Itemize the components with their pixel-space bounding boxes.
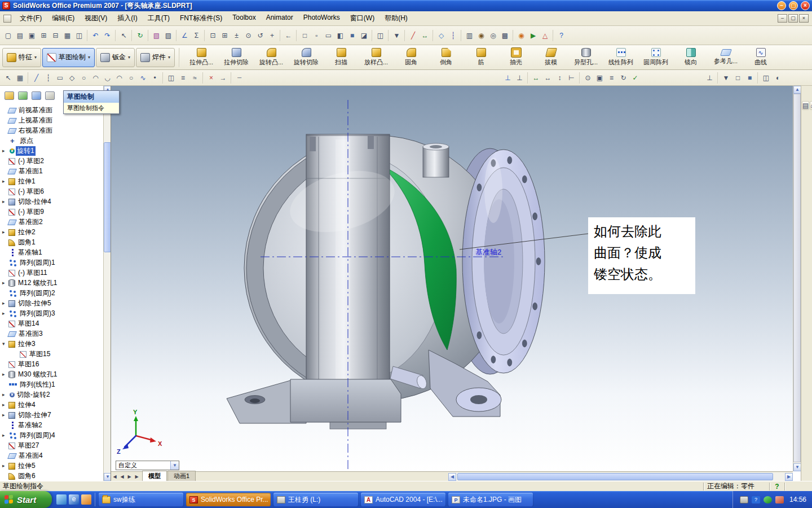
base-center[interactable] xyxy=(290,379,401,429)
zoom-fit-icon[interactable]: ⊡ xyxy=(207,29,219,41)
view-settings-icon[interactable]: ◐ xyxy=(772,72,784,84)
menu-item[interactable]: 窗口(W) xyxy=(345,11,379,25)
menu-item[interactable]: 插入(I) xyxy=(112,11,142,25)
tree-item-label[interactable]: 基准面1 xyxy=(17,167,44,176)
chevron-down-icon[interactable]: ▼ xyxy=(170,461,179,470)
expand-arrow-icon[interactable]: ▸ xyxy=(2,371,8,377)
rebuild-icon[interactable]: ↻ xyxy=(134,29,146,41)
minimize-button[interactable]: – xyxy=(777,1,786,10)
tree-item-label[interactable]: 阵列(圆周)3 xyxy=(19,309,56,318)
tree-item-label[interactable]: 圆角1 xyxy=(17,238,37,247)
shadows-icon[interactable]: ◪ xyxy=(358,29,370,41)
taskbar-task[interactable]: P未命名1.JPG - 画图 xyxy=(448,493,533,506)
displaymanager-tab-icon[interactable] xyxy=(45,91,55,100)
tree-item[interactable]: 草图15 xyxy=(0,349,103,359)
doc-tab-模型[interactable]: 模型 xyxy=(142,471,167,481)
expand-arrow-icon[interactable]: ▸ xyxy=(2,392,8,397)
cmd-tool-曲线[interactable]: ∿曲线 xyxy=(743,46,778,69)
help-icon[interactable]: ? xyxy=(555,29,567,41)
menu-item[interactable]: 帮助(H) xyxy=(379,11,413,25)
home-icon[interactable]: ⌂ xyxy=(810,101,812,110)
tree-item[interactable]: 基准面1 xyxy=(0,166,103,176)
menu-item[interactable]: Toolbox xyxy=(227,11,261,25)
modify-sketch-icon[interactable]: ↻ xyxy=(617,72,629,84)
hidden-lines-visible-icon[interactable]: ▫ xyxy=(311,29,323,41)
tree-item-label[interactable]: 切除-拉伸4 xyxy=(17,197,52,207)
tree-item[interactable]: (-) 草图2 xyxy=(0,156,103,166)
tree-item-label[interactable]: 阵列(圆周)2 xyxy=(19,288,56,298)
tree-item[interactable]: 基准面3 xyxy=(0,329,103,339)
line-icon[interactable]: ╱ xyxy=(30,72,42,84)
ellipse-icon[interactable]: ○ xyxy=(125,72,137,84)
cmd-tool-旋转凸...[interactable]: 旋转凸... xyxy=(254,46,289,69)
tree-item[interactable]: ▸M12 螺纹孔1 xyxy=(0,278,103,288)
undo-icon[interactable]: ↶ xyxy=(90,29,102,41)
tree-item-label[interactable]: 拉伸3 xyxy=(17,339,37,349)
expand-arrow-icon[interactable]: ▸ xyxy=(2,199,8,204)
quick-snaps-icon[interactable]: ⊙ xyxy=(582,72,594,84)
tree-item-label[interactable]: M12 螺纹孔1 xyxy=(17,278,58,288)
viewport-vertical-scrollbar[interactable]: ▲ ▼ xyxy=(793,86,801,471)
convert-entities-icon[interactable]: ≡ xyxy=(177,72,189,84)
menu-item[interactable]: 视图(V) xyxy=(80,11,112,25)
mdi-minimize-button[interactable]: – xyxy=(778,14,787,23)
cmd-tool-参考几...[interactable]: 参考几... xyxy=(708,46,743,69)
scroll-up-icon[interactable]: ▲ xyxy=(793,86,801,94)
keyboard-icon[interactable] xyxy=(740,496,748,503)
tree-item-label[interactable]: 基准面4 xyxy=(17,451,44,461)
tree-item[interactable]: ▸阵列(圆周)4 xyxy=(0,430,103,440)
tree-item[interactable]: 圆角1 xyxy=(0,237,103,247)
file-explorer-icon[interactable]: ▤ xyxy=(802,101,809,110)
menu-item[interactable]: FNT标准件(S) xyxy=(175,11,227,25)
doc-tab-动画1[interactable]: 动画1 xyxy=(167,471,196,481)
cmd-tool-拔模[interactable]: 拔模 xyxy=(533,46,568,69)
tree-item-label[interactable]: 草图15 xyxy=(28,349,51,359)
new-icon[interactable]: ▢ xyxy=(2,29,14,41)
toolbox-beam-icon[interactable]: ▥ xyxy=(464,29,475,41)
scroll-right-icon[interactable]: ▶ xyxy=(785,473,793,481)
tree-item-label[interactable]: 基准面3 xyxy=(17,329,44,339)
smart-dimension-icon[interactable]: ↔ xyxy=(530,72,542,84)
propertymanager-tab-icon[interactable] xyxy=(18,91,28,100)
taskbar-task[interactable]: 王桂勇 (L:) xyxy=(273,493,358,506)
horizontal-dimension-icon[interactable]: ↔ xyxy=(542,72,554,84)
tree-item[interactable]: 圆角6 xyxy=(0,471,103,481)
tree-item[interactable]: ▾拉伸3 xyxy=(0,339,103,349)
cmd-tool-圆角[interactable]: 圆角 xyxy=(394,46,429,69)
tree-item-label[interactable]: 切除-拉伸7 xyxy=(17,410,52,420)
edit-color-icon[interactable]: ▧ xyxy=(151,29,162,41)
cmd-tool-异型孔...[interactable]: 异型孔... xyxy=(568,46,603,69)
cmd-tab-钣金[interactable]: 钣金▾ xyxy=(96,48,135,67)
tree-item-label[interactable]: (-) 草图6 xyxy=(17,187,45,196)
sketch-picture-icon[interactable]: ▣ xyxy=(594,72,606,84)
cmd-tool-线性阵列[interactable]: 线性阵列 xyxy=(603,46,638,69)
select-icon[interactable]: ↖ xyxy=(118,29,130,41)
wireframe-icon[interactable]: □ xyxy=(732,72,744,84)
antivirus-icon[interactable] xyxy=(764,496,772,503)
tree-item[interactable]: 右视基准面 xyxy=(0,125,103,135)
rectangle-icon[interactable]: ▭ xyxy=(54,72,66,84)
tree-item[interactable]: (-) 草图9 xyxy=(0,207,103,217)
next-tab-icon[interactable]: ▶ xyxy=(126,474,133,479)
tree-item-label[interactable]: 上视基准面 xyxy=(17,116,54,125)
make-drawing-icon[interactable]: ⊞ xyxy=(38,29,50,41)
expand-arrow-icon[interactable]: ▸ xyxy=(2,412,8,418)
menu-item[interactable]: PhotoWorks xyxy=(298,11,345,25)
tree-item-label[interactable]: 阵列(线性)1 xyxy=(19,380,56,389)
scroll-down-icon[interactable]: ▼ xyxy=(104,473,111,481)
configurationmanager-tab-icon[interactable] xyxy=(32,91,41,100)
open-icon[interactable]: ▤ xyxy=(14,29,26,41)
print-icon[interactable]: ▦ xyxy=(61,29,73,41)
menu-item[interactable]: 工具(T) xyxy=(143,11,175,25)
cmd-tool-抽壳[interactable]: 抽壳 xyxy=(498,46,533,69)
expand-arrow-icon[interactable]: ▸ xyxy=(2,310,8,316)
toolbox-groove-icon[interactable]: ▩ xyxy=(499,29,511,41)
photoworks-render-icon[interactable]: ◉ xyxy=(515,29,527,41)
cmd-tool-倒角[interactable]: 倒角 xyxy=(429,46,464,69)
first-tab-icon[interactable]: ◀ xyxy=(111,474,118,479)
tree-item-label[interactable]: 草图14 xyxy=(17,319,40,329)
tree-item-label[interactable]: 切除-拉伸5 xyxy=(17,299,52,308)
cmd-tool-放样凸...[interactable]: 放样凸... xyxy=(359,46,394,69)
tree-item[interactable]: ▸切除-拉伸5 xyxy=(0,298,103,308)
view-orientation-icon[interactable]: ▼ xyxy=(391,29,403,41)
